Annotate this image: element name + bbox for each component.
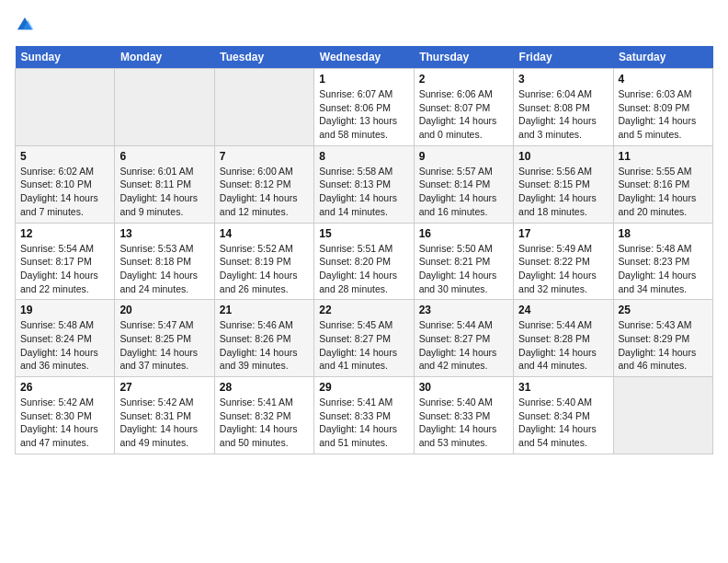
calendar-cell: 22Sunrise: 5:45 AM Sunset: 8:27 PM Dayli… [314,300,414,377]
calendar-header-row: SundayMondayTuesdayWednesdayThursdayFrid… [16,46,713,69]
day-info: Sunrise: 5:58 AM Sunset: 8:13 PM Dayligh… [319,165,408,219]
logo [15,15,39,35]
day-info: Sunrise: 6:00 AM Sunset: 8:12 PM Dayligh… [220,165,309,219]
weekday-header: Thursday [414,46,513,69]
day-number: 28 [220,381,309,394]
day-info: Sunrise: 6:02 AM Sunset: 8:10 PM Dayligh… [20,165,109,219]
calendar-cell: 23Sunrise: 5:44 AM Sunset: 8:27 PM Dayli… [414,300,513,377]
calendar-cell: 31Sunrise: 5:40 AM Sunset: 8:34 PM Dayli… [514,377,613,454]
calendar-cell: 30Sunrise: 5:40 AM Sunset: 8:33 PM Dayli… [414,377,513,454]
calendar-cell: 18Sunrise: 5:48 AM Sunset: 8:23 PM Dayli… [613,223,712,300]
day-info: Sunrise: 5:40 AM Sunset: 8:33 PM Dayligh… [419,396,508,450]
day-info: Sunrise: 6:06 AM Sunset: 8:07 PM Dayligh… [419,87,508,142]
weekday-header: Wednesday [314,46,414,69]
day-number: 9 [419,150,508,163]
calendar-cell: 20Sunrise: 5:47 AM Sunset: 8:25 PM Dayli… [115,300,214,377]
day-info: Sunrise: 5:50 AM Sunset: 8:21 PM Dayligh… [419,242,508,296]
day-info: Sunrise: 5:52 AM Sunset: 8:19 PM Dayligh… [220,242,309,296]
day-info: Sunrise: 6:03 AM Sunset: 8:09 PM Dayligh… [619,87,708,142]
day-number: 16 [419,227,508,240]
day-number: 4 [619,73,708,86]
calendar-cell: 8Sunrise: 5:58 AM Sunset: 8:13 PM Daylig… [314,145,414,223]
day-number: 11 [619,150,708,163]
day-number: 26 [20,381,109,394]
day-info: Sunrise: 6:07 AM Sunset: 8:06 PM Dayligh… [319,87,408,142]
calendar-week-row: 1Sunrise: 6:07 AM Sunset: 8:06 PM Daylig… [16,69,713,146]
calendar-cell: 26Sunrise: 5:42 AM Sunset: 8:30 PM Dayli… [16,377,115,454]
day-info: Sunrise: 5:53 AM Sunset: 8:18 PM Dayligh… [119,242,209,296]
calendar-cell: 21Sunrise: 5:46 AM Sunset: 8:26 PM Dayli… [214,300,313,377]
calendar-cell [214,69,313,146]
day-number: 5 [20,150,109,163]
day-number: 24 [518,304,608,316]
day-number: 6 [119,150,209,163]
day-number: 30 [419,381,508,394]
calendar-cell: 11Sunrise: 5:55 AM Sunset: 8:16 PM Dayli… [613,145,712,223]
day-info: Sunrise: 5:56 AM Sunset: 8:15 PM Dayligh… [518,165,608,219]
weekday-header: Saturday [613,46,712,69]
calendar-cell: 16Sunrise: 5:50 AM Sunset: 8:21 PM Dayli… [414,223,513,300]
calendar-cell [16,69,115,146]
day-info: Sunrise: 5:44 AM Sunset: 8:28 PM Dayligh… [518,318,608,373]
day-number: 18 [619,227,708,240]
day-info: Sunrise: 5:48 AM Sunset: 8:23 PM Dayligh… [619,242,708,296]
calendar-table: SundayMondayTuesdayWednesdayThursdayFrid… [15,46,713,454]
weekday-header: Tuesday [214,46,313,69]
day-number: 1 [319,73,408,86]
calendar-cell: 2Sunrise: 6:06 AM Sunset: 8:07 PM Daylig… [414,69,513,146]
day-number: 3 [518,73,608,86]
calendar-cell: 6Sunrise: 6:01 AM Sunset: 8:11 PM Daylig… [115,145,214,223]
day-number: 25 [619,304,708,316]
day-info: Sunrise: 5:54 AM Sunset: 8:17 PM Dayligh… [20,242,109,296]
day-info: Sunrise: 5:55 AM Sunset: 8:16 PM Dayligh… [619,165,708,219]
calendar-cell: 29Sunrise: 5:41 AM Sunset: 8:33 PM Dayli… [314,377,414,454]
day-number: 23 [419,304,508,316]
day-info: Sunrise: 5:40 AM Sunset: 8:34 PM Dayligh… [518,396,608,450]
day-number: 17 [518,227,608,240]
day-number: 27 [119,381,209,394]
calendar-cell [613,377,712,454]
calendar-week-row: 5Sunrise: 6:02 AM Sunset: 8:10 PM Daylig… [16,145,713,223]
day-info: Sunrise: 5:47 AM Sunset: 8:25 PM Dayligh… [119,318,209,373]
calendar-cell: 17Sunrise: 5:49 AM Sunset: 8:22 PM Dayli… [514,223,613,300]
day-number: 22 [319,304,408,316]
day-info: Sunrise: 5:42 AM Sunset: 8:31 PM Dayligh… [119,396,209,450]
calendar-cell: 15Sunrise: 5:51 AM Sunset: 8:20 PM Dayli… [314,223,414,300]
day-number: 21 [220,304,309,316]
day-info: Sunrise: 5:51 AM Sunset: 8:20 PM Dayligh… [319,242,408,296]
day-number: 10 [518,150,608,163]
day-info: Sunrise: 5:45 AM Sunset: 8:27 PM Dayligh… [319,318,408,373]
calendar-cell: 3Sunrise: 6:04 AM Sunset: 8:08 PM Daylig… [514,69,613,146]
calendar-cell: 9Sunrise: 5:57 AM Sunset: 8:14 PM Daylig… [414,145,513,223]
day-number: 15 [319,227,408,240]
calendar-cell: 24Sunrise: 5:44 AM Sunset: 8:28 PM Dayli… [514,300,613,377]
calendar-week-row: 12Sunrise: 5:54 AM Sunset: 8:17 PM Dayli… [16,223,713,300]
day-info: Sunrise: 5:44 AM Sunset: 8:27 PM Dayligh… [419,318,508,373]
calendar-cell: 5Sunrise: 6:02 AM Sunset: 8:10 PM Daylig… [16,145,115,223]
day-info: Sunrise: 6:04 AM Sunset: 8:08 PM Dayligh… [518,87,608,142]
day-number: 7 [220,150,309,163]
day-number: 14 [220,227,309,240]
day-info: Sunrise: 5:57 AM Sunset: 8:14 PM Dayligh… [419,165,508,219]
calendar-cell: 27Sunrise: 5:42 AM Sunset: 8:31 PM Dayli… [115,377,214,454]
day-info: Sunrise: 5:49 AM Sunset: 8:22 PM Dayligh… [518,242,608,296]
day-number: 12 [20,227,109,240]
day-number: 29 [319,381,408,394]
weekday-header: Monday [115,46,214,69]
calendar-cell: 19Sunrise: 5:48 AM Sunset: 8:24 PM Dayli… [16,300,115,377]
weekday-header: Friday [514,46,613,69]
calendar-cell: 4Sunrise: 6:03 AM Sunset: 8:09 PM Daylig… [613,69,712,146]
calendar-cell [115,69,214,146]
day-info: Sunrise: 5:43 AM Sunset: 8:29 PM Dayligh… [619,318,708,373]
calendar-cell: 13Sunrise: 5:53 AM Sunset: 8:18 PM Dayli… [115,223,214,300]
day-number: 8 [319,150,408,163]
calendar-cell: 12Sunrise: 5:54 AM Sunset: 8:17 PM Dayli… [16,223,115,300]
calendar-cell: 10Sunrise: 5:56 AM Sunset: 8:15 PM Dayli… [514,145,613,223]
page-header [15,15,713,35]
day-info: Sunrise: 5:46 AM Sunset: 8:26 PM Dayligh… [220,318,309,373]
day-info: Sunrise: 5:48 AM Sunset: 8:24 PM Dayligh… [20,318,109,373]
day-number: 13 [119,227,209,240]
logo-icon [15,15,35,35]
calendar-cell: 1Sunrise: 6:07 AM Sunset: 8:06 PM Daylig… [314,69,414,146]
weekday-header: Sunday [16,46,115,69]
